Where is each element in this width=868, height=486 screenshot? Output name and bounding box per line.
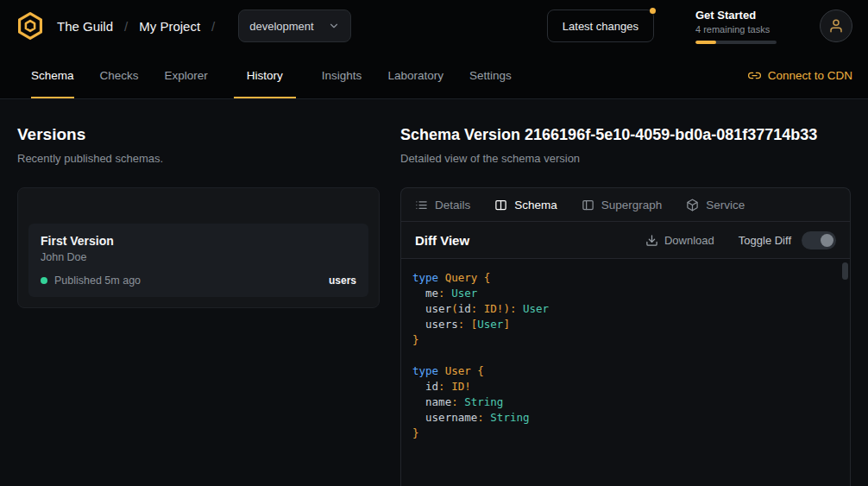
version-detail-subtitle: Detailed view of the schema version xyxy=(400,152,851,165)
header-right: Latest changes Get Started 4 remaining t… xyxy=(547,9,852,44)
detail-tab-details[interactable]: Details xyxy=(415,199,470,211)
detail-tabs: Details Schema Supergraph Service xyxy=(401,188,850,222)
box-icon xyxy=(686,199,699,211)
diff-header: Diff View Download Toggle Diff xyxy=(401,222,850,259)
chevron-down-icon xyxy=(328,20,340,32)
versions-card: First Version John Doe Published 5m ago … xyxy=(17,187,380,308)
code-line: type Query { xyxy=(412,270,833,286)
avatar[interactable] xyxy=(820,9,852,42)
version-detail-panel: Details Schema Supergraph Service xyxy=(400,187,851,486)
versions-subtitle: Recently published schemas. xyxy=(17,152,380,165)
toggle-diff-label: Toggle Diff xyxy=(739,234,791,247)
code-line: me: User xyxy=(412,286,833,301)
code-line: } xyxy=(412,332,833,348)
tab-laboratory[interactable]: Laboratory xyxy=(387,52,443,98)
breadcrumb-org[interactable]: The Guild xyxy=(57,19,113,34)
connect-cdn-label: Connect to CDN xyxy=(768,69,852,82)
tab-settings[interactable]: Settings xyxy=(469,52,512,98)
progress-bar xyxy=(695,41,777,44)
latest-changes-label: Latest changes xyxy=(563,20,638,33)
diff-actions: Download Toggle Diff xyxy=(645,231,836,249)
latest-changes-button[interactable]: Latest changes xyxy=(547,9,654,42)
layout-icon xyxy=(582,199,594,211)
breadcrumb-project[interactable]: My Project xyxy=(139,19,200,34)
list-icon xyxy=(415,199,428,211)
detail-tab-label: Supergraph xyxy=(601,199,663,211)
code-line: type User { xyxy=(412,363,833,379)
version-list-item[interactable]: First Version John Doe Published 5m ago … xyxy=(28,224,368,297)
scrollbar-thumb[interactable] xyxy=(842,262,848,280)
top-header: The Guild / My Project / development Lat… xyxy=(0,0,868,52)
download-icon xyxy=(645,234,658,247)
app-root: The Guild / My Project / development Lat… xyxy=(0,0,868,486)
toggle-diff-switch[interactable] xyxy=(802,231,836,249)
code-line: users: [User] xyxy=(412,317,833,332)
tab-explorer[interactable]: Explorer xyxy=(165,52,208,98)
tab-insights[interactable]: Insights xyxy=(322,52,362,98)
version-status: Published 5m ago xyxy=(54,275,141,287)
detail-tab-supergraph[interactable]: Supergraph xyxy=(582,199,663,211)
switch-knob xyxy=(821,234,833,247)
versions-title: Versions xyxy=(17,125,380,144)
detail-tab-label: Details xyxy=(435,199,470,211)
diff-view-title: Diff View xyxy=(415,233,469,248)
tab-schema[interactable]: Schema xyxy=(31,52,74,98)
code-line: name: String xyxy=(412,394,833,410)
link-icon xyxy=(748,69,761,82)
sdl-code-viewer: type Query { me: User user(id: ID!): Use… xyxy=(401,259,850,486)
detail-tab-schema[interactable]: Schema xyxy=(494,199,557,211)
code-line xyxy=(412,348,833,363)
download-button[interactable]: Download xyxy=(645,234,714,247)
main-nav: Schema Checks Explorer History Insights … xyxy=(0,52,868,99)
version-name: First Version xyxy=(41,234,356,248)
version-author: John Doe xyxy=(41,251,356,263)
get-started-subtitle: 4 remaining tasks xyxy=(695,24,777,35)
breadcrumb-separator: / xyxy=(211,19,215,34)
code-line: user(id: ID!): User xyxy=(412,301,833,317)
notification-dot xyxy=(650,8,656,14)
target-select[interactable]: development xyxy=(238,9,350,42)
code-block: type Query { me: User user(id: ID!): Use… xyxy=(401,259,850,452)
detail-tab-service[interactable]: Service xyxy=(686,199,745,211)
tab-history[interactable]: History xyxy=(234,52,296,98)
connect-cdn-button[interactable]: Connect to CDN xyxy=(748,52,852,98)
header-left: The Guild / My Project / development xyxy=(16,9,351,42)
version-status-row: Published 5m ago users xyxy=(41,275,356,287)
get-started-widget[interactable]: Get Started 4 remaining tasks xyxy=(695,9,777,44)
hive-logo-icon[interactable] xyxy=(16,11,45,41)
main-content: Versions Recently published schemas. Fir… xyxy=(0,99,868,486)
versions-section: Versions Recently published schemas. Fir… xyxy=(17,125,380,486)
code-line: username: String xyxy=(412,410,833,426)
code-line: id: ID! xyxy=(412,379,833,394)
breadcrumb-separator: / xyxy=(124,19,128,34)
code-line: } xyxy=(412,426,833,441)
version-detail-title: Schema Version 2166196f-5e10-4059-bd0a-0… xyxy=(400,125,851,144)
version-service-badge: users xyxy=(329,275,356,287)
progress-fill xyxy=(695,41,716,44)
detail-tab-label: Service xyxy=(706,199,745,211)
get-started-title: Get Started xyxy=(695,9,777,22)
user-icon xyxy=(828,18,844,34)
target-select-value: development xyxy=(249,20,313,33)
detail-tab-label: Schema xyxy=(514,199,557,211)
download-label: Download xyxy=(664,234,714,247)
published-dot-icon xyxy=(41,277,47,284)
version-detail-section: Schema Version 2166196f-5e10-4059-bd0a-0… xyxy=(400,125,851,486)
tab-checks[interactable]: Checks xyxy=(100,52,139,98)
nav-tabs: Schema Checks Explorer History Insights … xyxy=(31,52,512,98)
columns-icon xyxy=(494,199,507,211)
